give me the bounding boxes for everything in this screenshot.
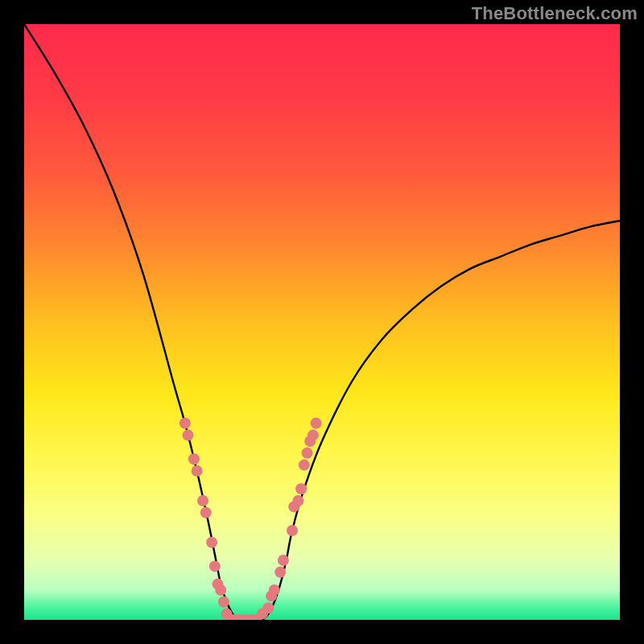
gradient-background <box>24 24 620 620</box>
watermark-text: TheBottleneck.com <box>472 3 638 24</box>
chart-frame: TheBottleneck.com <box>0 0 644 644</box>
plot-area <box>24 24 620 620</box>
svg-rect-0 <box>24 24 620 620</box>
